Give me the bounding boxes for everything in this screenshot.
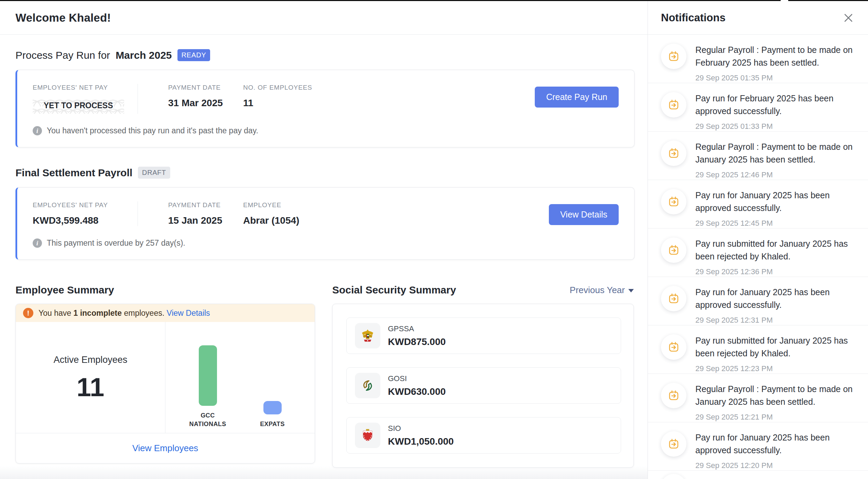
notification-item[interactable]: Pay run for January 2025 has been approv… (648, 422, 868, 471)
social-security-column: Social Security Summary Previous Year (332, 284, 634, 468)
notification-message: Pay run submitted for January 2025 has b… (695, 334, 855, 360)
notification-message: Regular Payroll : Payment to be made on … (695, 383, 855, 408)
fs-employee-label: EMPLOYEE (243, 201, 299, 209)
fs-payment-date-label: PAYMENT DATE (168, 201, 243, 209)
payrun-calendar-icon (661, 92, 686, 118)
warning-text: You have 1 incomplete employees. View De… (39, 309, 210, 318)
payrun-calendar-icon (661, 189, 686, 214)
notifications-list: Regular Payroll : Payment to be made on … (648, 35, 868, 479)
notification-timestamp: 29 Sep 2025 12:45 PM (695, 219, 855, 228)
employee-summary-footer: View Employees (16, 433, 315, 463)
create-pay-run-button[interactable]: Create Pay Run (535, 87, 619, 108)
notification-item[interactable]: Regular Payroll : Payment to be made on … (648, 132, 868, 180)
summary-columns: Employee Summary You have 1 incomplete e… (15, 284, 634, 468)
net-pay-label: EMPLOYEES' NET PAY (33, 84, 138, 91)
notification-message: Regular Payroll : Payment to be made on … (695, 141, 855, 166)
close-icon[interactable] (843, 13, 854, 23)
payment-date-label: PAYMENT DATE (168, 84, 243, 91)
payrun-section-title: Process Pay Run for March 2025 READY (15, 49, 634, 61)
employee-summary-card: You have 1 incomplete employees. View De… (15, 304, 315, 464)
final-settlement-card-row: EMPLOYEES' NET PAY KWD3,599.488 PAYMENT … (33, 201, 619, 226)
notification-item[interactable]: Pay run submitted for January 2025 has b… (648, 325, 868, 374)
payrun-info-text: You haven't processed this pay run and i… (47, 126, 258, 135)
social-security-card: GPSSA KWD875.000 (332, 304, 634, 468)
active-employees-count: 11 (77, 374, 104, 400)
social-security-header: Social Security Summary Previous Year (332, 284, 634, 296)
period-selector[interactable]: Previous Year (570, 285, 634, 296)
notifications-header: Notifications (648, 1, 868, 35)
fs-net-pay-label: EMPLOYEES' NET PAY (33, 201, 138, 209)
sio-row: SIO KWD1,050.000 (346, 417, 621, 454)
payrun-calendar-icon (661, 237, 686, 263)
employee-count-label: NO. OF EMPLOYEES (243, 84, 312, 91)
notification-item[interactable]: Pay run for January 2025 has been approv… (648, 180, 868, 229)
gosi-row: GOSI KWD630.000 (346, 367, 621, 404)
notification-timestamp: 29 Sep 2025 12:36 PM (695, 267, 855, 276)
payrun-calendar-icon (661, 334, 686, 360)
gpssa-row: GPSSA KWD875.000 (346, 318, 621, 354)
notification-message: Regular Payroll : Payment to be made on … (695, 44, 855, 69)
notification-timestamp: 29 Sep 2025 12:46 PM (695, 170, 855, 179)
uae-emblem-icon (355, 323, 380, 348)
app-root: Welcome Khaled! Process Pay Run for Marc… (0, 0, 868, 479)
expats-bar (263, 401, 282, 414)
active-employees-label: Active Employees (54, 355, 128, 365)
gosi-logo-icon (355, 373, 380, 398)
gpssa-amount: KWD875.000 (388, 336, 446, 347)
employee-summary-header: Employee Summary (15, 284, 315, 296)
notification-timestamp: 29 Sep 2025 12:23 PM (695, 364, 855, 373)
payrun-calendar-icon (661, 44, 686, 69)
payrun-calendar-icon (661, 383, 686, 408)
payrun-calendar-icon (661, 286, 686, 311)
bahrain-emblem-icon (355, 423, 380, 448)
employee-summary-body: Active Employees 11 GCC NATIONALS (16, 322, 315, 433)
notification-timestamp: 29 Sep 2025 12:31 PM (695, 316, 855, 325)
final-settlement-section-title: Final Settlement Payroll DRAFT (15, 167, 634, 179)
fs-payment-date-field: PAYMENT DATE 15 Jan 2025 (168, 201, 243, 226)
payrun-info-row: You haven't processed this pay run and i… (33, 126, 619, 135)
bar-column-gcc: GCC NATIONALS (186, 316, 229, 428)
active-employees-block: Active Employees 11 (16, 322, 165, 433)
fs-employee-value: Abrar (1054) (243, 215, 299, 226)
notification-item[interactable]: Pay run for February 2025 has been appro… (648, 83, 868, 132)
bar-column-expats: EXPATS (251, 324, 294, 428)
notification-item[interactable]: Pay run submitted for January 2025 has b… (648, 229, 868, 277)
view-employees-link[interactable]: View Employees (132, 443, 198, 454)
warning-icon (23, 308, 33, 318)
employee-summary-title: Employee Summary (15, 284, 114, 296)
sio-label: SIO (388, 424, 454, 433)
fs-payment-date-value: 15 Jan 2025 (168, 215, 243, 226)
divider (138, 84, 138, 114)
payrun-card: EMPLOYEES' NET PAY YET TO PROCESS PAYMEN… (15, 70, 634, 147)
info-icon (33, 126, 42, 135)
gosi-amount: KWD630.000 (388, 386, 446, 397)
status-badge-draft: DRAFT (138, 167, 170, 179)
status-badge-ready: READY (177, 49, 210, 61)
payrun-title-period: March 2025 (116, 49, 172, 61)
employee-bar-chart: GCC NATIONALS EXPATS (165, 322, 315, 433)
expats-label: EXPATS (260, 420, 285, 428)
notification-message: Pay run submitted for January 2025 has b… (695, 237, 855, 263)
page-header: Welcome Khaled! (0, 1, 648, 35)
fs-net-pay-field: EMPLOYEES' NET PAY KWD3,599.488 (33, 201, 138, 226)
notification-item[interactable]: Regular Payroll : Payment to be made on … (648, 374, 868, 422)
chevron-down-icon (628, 289, 634, 292)
employee-count-field: NO. OF EMPLOYEES 11 (243, 84, 312, 109)
fs-employee-field: EMPLOYEE Abrar (1054) (243, 201, 299, 226)
notification-timestamp: 29 Sep 2025 12:20 PM (695, 461, 855, 470)
view-details-button[interactable]: View Details (549, 204, 619, 225)
layout: Welcome Khaled! Process Pay Run for Marc… (0, 1, 868, 479)
payrun-card-row: EMPLOYEES' NET PAY YET TO PROCESS PAYMEN… (33, 84, 619, 114)
notification-message: Pay run for January 2025 has been approv… (695, 189, 855, 214)
notification-item[interactable]: Pay run for January 2025 has been approv… (648, 277, 868, 325)
notification-timestamp: 29 Sep 2025 01:35 PM (695, 74, 855, 82)
gpssa-label: GPSSA (388, 324, 446, 333)
payment-date-value: 31 Mar 2025 (168, 98, 243, 109)
notifications-title: Notifications (661, 12, 726, 24)
page-title: Welcome Khaled! (15, 11, 111, 24)
notification-item-partial[interactable] (648, 471, 868, 479)
notification-item[interactable]: Regular Payroll : Payment to be made on … (648, 35, 868, 83)
payrun-calendar-icon (661, 431, 686, 457)
net-pay-field: EMPLOYEES' NET PAY YET TO PROCESS (33, 84, 138, 114)
main-content: Welcome Khaled! Process Pay Run for Marc… (0, 1, 648, 479)
